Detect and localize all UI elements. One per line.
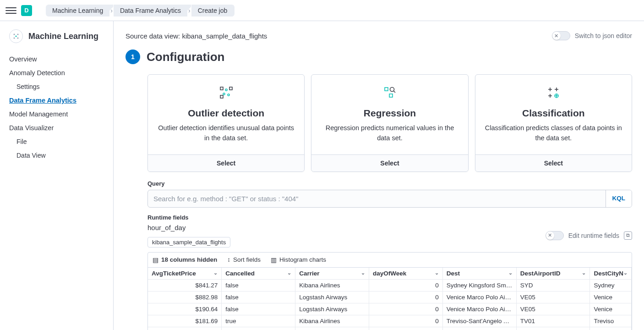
step-number-badge: 1 bbox=[126, 50, 140, 64]
table-row[interactable]: $190.64falseLogstash Airways0Venice Marc… bbox=[148, 303, 632, 315]
table-cell: Sydney bbox=[590, 279, 632, 291]
chevron-down-icon: ⌄ bbox=[213, 270, 218, 276]
chevron-down-icon: ⌄ bbox=[508, 270, 513, 276]
topbar: D Machine Learning › Data Frame Analytic… bbox=[0, 0, 644, 21]
svg-rect-14 bbox=[389, 94, 393, 97]
kql-button[interactable]: KQL bbox=[606, 190, 632, 207]
sidebar-title: Machine Learning bbox=[28, 32, 98, 41]
column-header[interactable]: Dest⌄ bbox=[442, 268, 516, 280]
table-cell: $181.69 bbox=[148, 315, 222, 327]
column-header[interactable]: DestCityN⌄ bbox=[590, 268, 632, 280]
columns-icon: ▤ bbox=[153, 256, 158, 264]
table-cell: SYD bbox=[516, 279, 590, 291]
job-type-card-classification: ClassificationClassification predicts cl… bbox=[475, 74, 632, 172]
svg-point-8 bbox=[225, 89, 227, 91]
table-cell: Kibana Airlines bbox=[295, 327, 369, 330]
table-cell: 0 bbox=[369, 291, 442, 303]
table-cell: false bbox=[222, 279, 295, 291]
chevron-down-icon: ⌄ bbox=[582, 270, 586, 276]
svg-point-4 bbox=[16, 36, 17, 37]
table-cell: $882.98 bbox=[148, 291, 222, 303]
column-header[interactable]: Cancelled⌄ bbox=[222, 268, 295, 280]
step-header: 1 Configuration bbox=[126, 50, 632, 64]
close-icon: ✕ bbox=[546, 231, 554, 240]
sort-fields-button[interactable]: ↕ Sort fields bbox=[227, 256, 261, 264]
select-button[interactable]: Select bbox=[148, 154, 304, 171]
source-data-view-label: Source data view: kibana_sample_data_fli… bbox=[126, 32, 267, 40]
json-editor-switch[interactable]: ✕ bbox=[552, 31, 570, 40]
table-cell: false bbox=[222, 303, 295, 315]
card-description: Regression predicts numerical values in … bbox=[321, 123, 458, 143]
table-row[interactable]: $730.04falseKibana Airlines0Xi'an Xianya… bbox=[148, 327, 632, 330]
column-header[interactable]: AvgTicketPrice⌄ bbox=[148, 268, 222, 280]
table-cell: Sydney Kingsford Smith I... bbox=[442, 279, 516, 291]
svg-rect-7 bbox=[220, 95, 223, 98]
sidebar-item-data-frame-analytics[interactable]: Data Frame Analytics bbox=[0, 94, 113, 107]
table-cell: Kibana Airlines bbox=[295, 315, 369, 327]
svg-point-1 bbox=[17, 34, 19, 35]
table-cell: 0 bbox=[369, 279, 442, 291]
sidebar-item-model-management[interactable]: Model Management bbox=[0, 107, 113, 121]
columns-hidden-button[interactable]: ▤ 18 columns hidden bbox=[153, 256, 217, 264]
table-cell: 0 bbox=[369, 315, 442, 327]
table-row[interactable]: $882.98falseLogstash Airways0Venice Marc… bbox=[148, 291, 632, 303]
table-cell: Logstash Airways bbox=[295, 291, 369, 303]
table-cell: $190.64 bbox=[148, 303, 222, 315]
job-type-card-outlier-detection: Outlier detectionOutlier detection ident… bbox=[147, 74, 305, 172]
card-title: Regression bbox=[364, 108, 416, 119]
column-header[interactable]: Carrier⌄ bbox=[295, 268, 369, 280]
svg-point-2 bbox=[14, 38, 15, 39]
select-button[interactable]: Select bbox=[475, 154, 632, 171]
query-input[interactable] bbox=[148, 190, 606, 207]
sidebar: Machine Learning OverviewAnomaly Detecti… bbox=[0, 21, 114, 330]
edit-runtime-switch[interactable]: ✕ bbox=[546, 231, 564, 240]
query-label: Query bbox=[147, 180, 632, 187]
svg-rect-6 bbox=[229, 87, 232, 90]
query-bar: KQL bbox=[147, 190, 632, 208]
breadcrumb-item[interactable]: Create job bbox=[191, 5, 235, 16]
data-table: ▤ 18 columns hidden ↕ Sort fields ▥ Hist… bbox=[147, 252, 632, 330]
table-cell: $841.27 bbox=[148, 279, 222, 291]
close-icon: ✕ bbox=[552, 32, 561, 40]
table-cell: Venice bbox=[590, 303, 632, 315]
table-cell: 0 bbox=[369, 303, 442, 315]
card-icon bbox=[383, 86, 397, 99]
table-cell: Xi'an bbox=[590, 327, 632, 330]
main-content: Source data view: kibana_sample_data_fli… bbox=[114, 21, 644, 330]
svg-point-10 bbox=[228, 94, 229, 96]
table-row[interactable]: $181.69trueKibana Airlines0Treviso-Sant'… bbox=[148, 315, 632, 327]
histogram-charts-button[interactable]: ▥ Histogram charts bbox=[271, 256, 326, 264]
svg-point-9 bbox=[223, 93, 225, 95]
sidebar-item-file[interactable]: File bbox=[0, 135, 113, 148]
table-row[interactable]: $841.27falseKibana Airlines0Sydney Kings… bbox=[148, 279, 632, 291]
breadcrumb-item[interactable]: Machine Learning bbox=[46, 5, 109, 16]
table-cell: Venice Marco Polo Airport bbox=[442, 291, 516, 303]
sort-icon: ↕ bbox=[227, 256, 230, 263]
sidebar-item-data-visualizer[interactable]: Data Visualizer bbox=[0, 121, 113, 135]
breadcrumb: Machine Learning › Data Frame Analytics … bbox=[46, 5, 235, 16]
svg-point-3 bbox=[17, 38, 19, 39]
copy-icon[interactable]: ⧉ bbox=[624, 231, 632, 240]
table-cell: Venice Marco Polo Airport bbox=[442, 303, 516, 315]
breadcrumb-item[interactable]: Data Frame Analytics bbox=[114, 5, 187, 16]
column-header[interactable]: DestAirportID⌄ bbox=[516, 268, 590, 280]
svg-line-13 bbox=[393, 91, 395, 93]
card-title: Outlier detection bbox=[188, 108, 264, 119]
table-cell: VE05 bbox=[516, 291, 590, 303]
runtime-field-name: hour_of_day bbox=[147, 224, 230, 231]
column-header[interactable]: dayOfWeek⌄ bbox=[369, 268, 442, 280]
menu-toggle-button[interactable] bbox=[5, 5, 16, 16]
table-cell: Venice bbox=[590, 291, 632, 303]
sidebar-item-data-view[interactable]: Data View bbox=[0, 148, 113, 162]
ml-icon bbox=[9, 29, 23, 43]
table-cell: Kibana Airlines bbox=[295, 279, 369, 291]
chevron-down-icon: ⌄ bbox=[361, 270, 365, 276]
sidebar-item-anomaly-detection[interactable]: Anomaly Detection bbox=[0, 66, 113, 80]
edit-runtime-label: Edit runtime fields bbox=[568, 232, 619, 239]
sidebar-item-overview[interactable]: Overview bbox=[0, 52, 113, 66]
sidebar-item-settings[interactable]: Settings bbox=[0, 80, 113, 94]
index-chip[interactable]: kibana_sample_data_flights bbox=[147, 237, 230, 248]
job-type-card-regression: RegressionRegression predicts numerical … bbox=[311, 74, 468, 172]
select-button[interactable]: Select bbox=[311, 154, 468, 171]
app-logo[interactable]: D bbox=[21, 5, 32, 16]
